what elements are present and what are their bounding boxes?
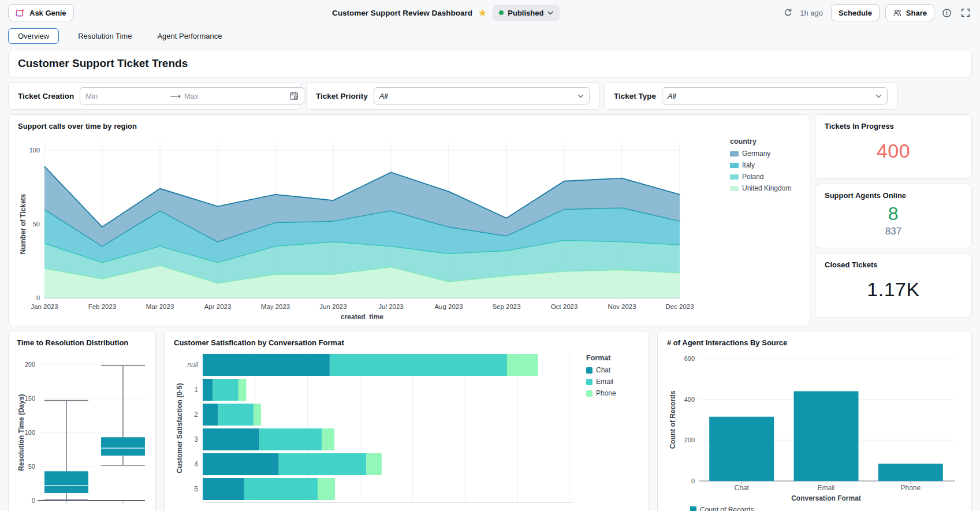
filter-ticket-priority: Ticket Priority All [306, 82, 599, 110]
bar-chart: ChatEmailPhone0200400600Count of Records… [667, 349, 962, 511]
legend-label: Germany [742, 150, 770, 158]
tab-resolution-time[interactable]: Resolution Time [72, 28, 138, 44]
kpi-tickets-in-progress: Tickets In Progress 400 [815, 114, 972, 179]
satisfaction-chart-card: Customer Satisfication by Conversation F… [164, 331, 649, 511]
people-icon [893, 9, 902, 17]
genie-icon [16, 8, 25, 18]
kpi-title: Closed Tickets [825, 260, 962, 269]
schedule-button[interactable]: Schedule [831, 4, 880, 21]
tab-overview[interactable]: Overview [8, 28, 59, 44]
legend-item-italy[interactable]: Italy [730, 161, 800, 169]
ticket-priority-value: All [379, 92, 574, 100]
filter-row: Ticket Creation ⟶ [8, 82, 972, 110]
date-range-input[interactable]: ⟶ [80, 87, 304, 105]
last-refresh-label: 1h ago [800, 9, 823, 17]
legend-label: United Kingdom [742, 184, 791, 192]
kpi-title: Tickets In Progress [825, 122, 962, 130]
calendar-icon[interactable] [289, 91, 299, 100]
legend-title: Format [586, 354, 639, 362]
publish-status-dropdown[interactable]: Published [493, 5, 560, 21]
ticket-type-value: All [668, 92, 872, 100]
legend-swatch [586, 379, 593, 385]
svg-text:400: 400 [684, 396, 695, 403]
dashboard-page: Ask Genie Customer Support Review Dashbo… [0, 0, 980, 511]
fullscreen-icon[interactable] [959, 6, 972, 19]
svg-text:4: 4 [194, 460, 198, 468]
support-calls-chart-card: Support calls over time by region 050100… [8, 114, 810, 326]
svg-text:Jun 2023: Jun 2023 [319, 303, 346, 310]
svg-text:Customer Satisfaction (0-5): Customer Satisfaction (0-5) [176, 383, 184, 473]
svg-text:Feb 2023: Feb 2023 [88, 303, 117, 310]
svg-text:Count of Records: Count of Records [700, 506, 754, 511]
share-button[interactable]: Share [885, 4, 934, 21]
area-chart: 050100Jan 2023Feb 2023Mar 2023Apr 2023Ma… [18, 133, 730, 321]
refresh-icon[interactable] [781, 6, 794, 19]
svg-text:0: 0 [691, 478, 695, 484]
toolbar-right: 1h ago Schedule Share [781, 4, 972, 21]
svg-text:Chat: Chat [734, 484, 749, 492]
legend-item-poland[interactable]: Poland [730, 173, 800, 181]
ticket-priority-select[interactable]: All [374, 87, 590, 105]
legend-swatch [586, 367, 593, 374]
legend-label: Italy [742, 161, 755, 169]
range-arrow-icon: ⟶ [170, 92, 181, 100]
svg-text:Conversation Format: Conversation Format [791, 494, 861, 502]
legend-item-germany[interactable]: Germany [730, 150, 800, 158]
legend-label: Chat [596, 366, 610, 374]
svg-text:Sep 2023: Sep 2023 [492, 303, 520, 310]
favorite-star-icon[interactable]: ★ [478, 8, 487, 18]
tab-agent-performance[interactable]: Agent Performance [151, 28, 228, 44]
filter-ticket-type: Ticket Type All [604, 82, 897, 110]
boxplot-chart: 050100150200Resolution Time (Days) [17, 349, 147, 511]
legend-swatch [586, 390, 593, 397]
legend-item-phone[interactable]: Phone [586, 389, 639, 397]
svg-text:150: 150 [25, 395, 35, 402]
svg-text:100: 100 [25, 429, 35, 436]
legend-label: Poland [742, 173, 763, 181]
chart-title: Customer Satisfication by Conversation F… [174, 338, 639, 347]
interactions-chart-card: # of Agent Interactions By Source ChatEm… [657, 331, 972, 511]
legend-item-chat[interactable]: Chat [586, 366, 639, 374]
legend-swatch [730, 151, 739, 156]
chart-title: Support calls over time by region [18, 122, 800, 130]
svg-text:0: 0 [36, 294, 40, 301]
date-min-input[interactable] [85, 92, 166, 100]
kpi-closed-tickets: Closed Tickets 1.17K [815, 253, 972, 318]
ask-genie-button[interactable]: Ask Genie [8, 4, 74, 21]
country-legend: countryGermanyItalyPolandUnited Kingdom [730, 133, 800, 321]
info-icon[interactable] [940, 6, 953, 20]
share-label: Share [906, 9, 927, 17]
legend-item-email[interactable]: Email [586, 378, 639, 386]
filter-ticket-creation: Ticket Creation ⟶ [8, 82, 301, 110]
chart-title: Time to Resolution Distribution [17, 338, 147, 347]
svg-text:50: 50 [33, 221, 40, 227]
ticket-type-select[interactable]: All [662, 87, 888, 105]
main-row: Support calls over time by region 050100… [8, 114, 972, 326]
svg-text:Nov 2023: Nov 2023 [608, 303, 636, 310]
dashboard-content: Customer Support Ticket Trends Ticket Cr… [0, 46, 980, 511]
svg-text:3: 3 [194, 435, 198, 443]
svg-text:2: 2 [194, 411, 198, 419]
svg-text:Resolution Time (Days): Resolution Time (Days) [17, 394, 25, 471]
title-group: Customer Support Review Dashboard ★ Publ… [332, 0, 560, 25]
svg-text:Aug 2023: Aug 2023 [434, 303, 463, 310]
svg-text:200: 200 [684, 437, 695, 443]
stacked-hbar-chart: null12345Customer Satisfaction (0-5) [174, 349, 586, 511]
svg-text:200: 200 [25, 361, 35, 368]
kpi-value: 1.17K [867, 278, 919, 301]
kpi-value: 400 [877, 140, 910, 162]
legend-item-united-kingdom[interactable]: United Kingdom [730, 184, 800, 192]
published-dot-icon [499, 10, 504, 15]
top-bar: Ask Genie Customer Support Review Dashbo… [0, 0, 980, 25]
date-max-input[interactable] [184, 92, 286, 100]
ask-genie-label: Ask Genie [29, 9, 66, 17]
legend-swatch [730, 163, 739, 168]
legend-title: country [730, 137, 800, 146]
svg-text:Count of Records: Count of Records [669, 390, 677, 449]
svg-text:Oct 2023: Oct 2023 [551, 303, 578, 310]
svg-text:May 2023: May 2023 [261, 303, 290, 310]
svg-text:Jan 2023: Jan 2023 [31, 303, 58, 310]
chart-title: # of Agent Interactions By Source [667, 338, 962, 347]
kpi-secondary-value: 837 [885, 226, 901, 237]
format-legend: FormatChatEmailPhone [586, 349, 639, 511]
